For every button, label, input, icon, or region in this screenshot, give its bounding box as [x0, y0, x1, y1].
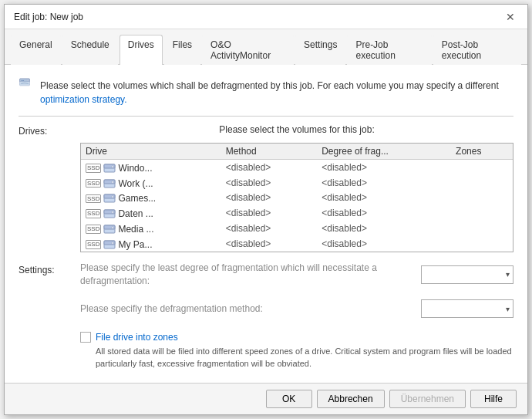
svg-point-16: [112, 211, 113, 213]
drive-name-cell: SSD Media ...: [81, 221, 221, 236]
tab-post-job[interactable]: Post-Job execution: [433, 35, 521, 65]
method-dropdown[interactable]: ▾: [421, 299, 513, 318]
zones-label[interactable]: File drive into zones: [96, 332, 178, 343]
help-button[interactable]: Hilfe: [470, 390, 517, 408]
svg-point-19: [112, 227, 113, 228]
svg-point-3: [27, 79, 29, 81]
dialog-title: Edit job: New job: [14, 12, 83, 22]
drive-name-cell: SSD Daten ...: [81, 205, 221, 221]
table-title: Please select the volumes for this job:: [80, 124, 513, 135]
info-paragraph: Please select the volumes which shall be…: [40, 80, 499, 105]
degree-cell: <disabled>: [317, 175, 451, 191]
fragmentation-row: Please specify the least degree of fragm…: [80, 262, 513, 288]
zones-cell: [451, 191, 513, 206]
col-drive: Drive: [81, 144, 221, 160]
table-row[interactable]: SSD Media ... <di: [81, 221, 513, 236]
drive-icon-small: [103, 224, 116, 235]
info-text: Please select the volumes which shall be…: [40, 76, 513, 106]
drive-icon-small: [103, 178, 116, 189]
degree-cell: <disabled>: [317, 221, 451, 236]
table-row[interactable]: SSD Windo... <dis: [81, 160, 513, 175]
zones-section: File drive into zones All stored data wi…: [19, 332, 513, 370]
drives-label: Drives:: [19, 124, 80, 137]
method-cell: <disabled>: [221, 175, 318, 191]
chevron-down-icon: ▾: [506, 270, 510, 279]
divider: [19, 116, 513, 117]
zones-description: All stored data will be filed into diffe…: [80, 346, 513, 370]
fragmentation-text: Please specify the least degree of fragm…: [80, 262, 415, 288]
drive-name-cell: SSD Work (...: [81, 175, 221, 191]
degree-cell: <disabled>: [317, 236, 451, 252]
drive-name-cell: SSD My Pa...: [81, 236, 221, 252]
ssd-badge: SSD: [86, 179, 101, 188]
footer: OK Abbrechen Übernehmen Hilfe: [5, 383, 527, 414]
col-degree: Degree of frag...: [317, 144, 451, 160]
method-cell: <disabled>: [221, 191, 318, 206]
info-section: SSD Please select the volumes which shal…: [19, 76, 513, 106]
method-cell: <disabled>: [221, 205, 318, 221]
method-text: Please specifiy the defragmentation meth…: [80, 302, 415, 316]
tab-general[interactable]: General: [11, 35, 61, 65]
tab-settings[interactable]: Settings: [295, 35, 345, 65]
info-highlight: optimization strategy.: [40, 94, 127, 105]
drive-icon-small: [103, 193, 116, 204]
table-header-row: Drive Method Degree of frag... Zones: [81, 144, 513, 160]
table-row[interactable]: SSD My Pa... <dis: [81, 236, 513, 252]
degree-cell: <disabled>: [317, 191, 451, 206]
degree-cell: <disabled>: [317, 160, 451, 175]
zones-checkbox-row: File drive into zones: [80, 332, 513, 343]
drive-table-container: Drive Method Degree of frag... Zones: [80, 143, 513, 252]
drive-table: Drive Method Degree of frag... Zones: [81, 144, 513, 252]
table-row[interactable]: SSD Work (... <di: [81, 175, 513, 191]
cancel-button[interactable]: Abbrechen: [317, 390, 385, 408]
tab-drives[interactable]: Drives: [120, 35, 163, 65]
svg-point-10: [112, 181, 113, 182]
ssd-badge: SSD: [86, 194, 101, 204]
table-row[interactable]: SSD Games... <dis: [81, 191, 513, 206]
zones-cell: [451, 205, 513, 221]
svg-text:SSD: SSD: [21, 79, 25, 81]
svg-point-13: [112, 196, 113, 198]
drive-icon-small: [103, 208, 116, 219]
tab-files[interactable]: Files: [164, 35, 200, 65]
title-bar: Edit job: New job ✕: [5, 5, 527, 29]
method-cell: <disabled>: [221, 160, 318, 175]
tab-pre-job[interactable]: Pre-Job execution: [347, 35, 431, 65]
chevron-down-icon: ▾: [506, 305, 510, 313]
zones-cell: [451, 175, 513, 191]
degree-cell: <disabled>: [317, 205, 451, 221]
tab-schedule[interactable]: Schedule: [62, 35, 118, 65]
fragmentation-dropdown[interactable]: ▾: [421, 265, 513, 284]
zones-cell: [451, 221, 513, 236]
method-cell: <disabled>: [221, 236, 318, 252]
dialog: Edit job: New job ✕ General Schedule Dri…: [4, 4, 528, 415]
method-row: Please specifiy the defragmentation meth…: [80, 299, 513, 318]
apply-button[interactable]: Übernehmen: [389, 390, 466, 408]
ok-button[interactable]: OK: [266, 390, 312, 408]
ssd-badge: SSD: [86, 164, 101, 173]
settings-content: Please specify the least degree of fragm…: [80, 262, 513, 319]
col-zones: Zones: [451, 144, 513, 160]
svg-point-22: [112, 242, 113, 244]
col-method: Method: [221, 144, 318, 160]
ssd-badge: SSD: [86, 225, 101, 234]
drive-name-cell: SSD Windo...: [81, 160, 221, 175]
drive-icon-large: SSD: [19, 76, 31, 88]
ssd-badge: SSD: [86, 209, 101, 218]
zones-cell: [451, 160, 513, 175]
svg-point-7: [112, 166, 113, 167]
close-button[interactable]: ✕: [503, 9, 518, 25]
tab-bar: General Schedule Drives Files O&O Activi…: [5, 29, 527, 65]
zones-cell: [451, 236, 513, 252]
settings-section: Settings: Please specify the least degre…: [19, 262, 513, 319]
zones-checkbox[interactable]: [80, 332, 91, 343]
table-row[interactable]: SSD Daten ... <di: [81, 205, 513, 221]
drive-icon-small: [103, 239, 116, 250]
content-area: SSD Please select the volumes which shal…: [5, 65, 527, 383]
tab-activity-monitor[interactable]: O&O ActivityMonitor: [202, 35, 294, 65]
drives-form-row: Drives: Please select the volumes for th…: [19, 124, 513, 252]
method-cell: <disabled>: [221, 221, 318, 236]
drive-icon-small: [103, 163, 116, 174]
drive-name-cell: SSD Games...: [81, 191, 221, 206]
ssd-badge: SSD: [86, 240, 101, 249]
